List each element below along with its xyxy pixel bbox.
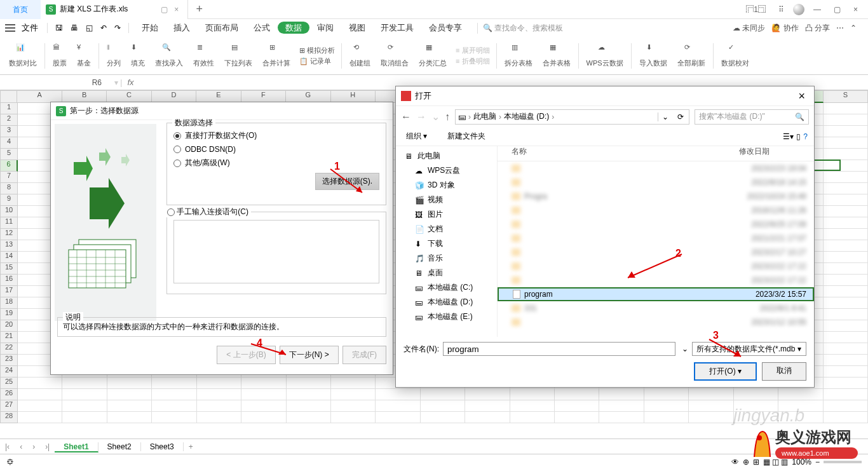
row-header[interactable]: 24 xyxy=(0,366,18,377)
refresh-icon[interactable]: ⟳ xyxy=(675,112,686,121)
file-row[interactable]: 2023/1/12 10:55 xyxy=(498,315,814,329)
row-header[interactable]: 21 xyxy=(0,332,18,343)
file-row[interactable]: 2016/12/6 11:26 xyxy=(498,203,814,217)
row-header[interactable]: 18 xyxy=(0,297,18,309)
select-datasource-button[interactable]: 选择数据源(S). xyxy=(315,173,379,190)
row-header[interactable]: 22 xyxy=(0,343,18,355)
ribbon-stock[interactable]: 🏛股票 xyxy=(48,43,72,68)
file-filter-dropdown[interactable] xyxy=(692,342,806,356)
ribbon-import[interactable]: ⬇导入数据 xyxy=(634,43,672,68)
user-avatar-icon[interactable] xyxy=(793,4,804,15)
ribbon-validation[interactable]: ≣有效性 xyxy=(188,43,219,68)
preview-icon[interactable]: ◱ xyxy=(83,24,95,32)
sheet-nav-first-icon[interactable]: |‹ xyxy=(0,442,15,451)
col-header-date[interactable]: 修改日期 xyxy=(739,146,814,161)
view-mode-icon[interactable]: ☰▾ xyxy=(783,132,794,141)
nav-back-icon[interactable]: ← xyxy=(401,111,411,123)
nav-history-icon[interactable]: ⌄ xyxy=(431,111,440,123)
row-header[interactable]: 10 xyxy=(0,206,18,217)
menu-tab-开始[interactable]: 开始 xyxy=(134,23,166,32)
add-sheet-button[interactable]: + xyxy=(184,442,198,451)
ribbon-fill[interactable]: ⬇填充 xyxy=(126,43,150,68)
row-header[interactable]: 7 xyxy=(0,172,18,183)
row-header[interactable]: 2 xyxy=(0,114,18,126)
tree-item[interactable]: 🎵音乐 xyxy=(396,251,497,266)
row-header[interactable]: 28 xyxy=(0,412,18,423)
search-input[interactable]: 搜索"本地磁盘 (D:)" 🔍 xyxy=(695,109,809,125)
undo-icon[interactable]: ↶ xyxy=(98,24,109,32)
ribbon-consolidate[interactable]: ⊞合并计算 xyxy=(257,43,295,68)
menu-tab-视图[interactable]: 视图 xyxy=(341,23,373,32)
tree-item[interactable]: 🖴本地磁盘 (D:) xyxy=(396,295,497,309)
crumb-this-pc[interactable]: 此电脑 xyxy=(473,111,496,122)
minimize-button[interactable]: — xyxy=(810,5,825,14)
file-menu[interactable]: 文件 xyxy=(18,22,42,34)
col-header[interactable]: A xyxy=(17,90,62,103)
menu-tab-审阅[interactable]: 审阅 xyxy=(309,23,341,32)
sheet-nav-next-icon[interactable]: › xyxy=(27,442,40,451)
ribbon-find-entry[interactable]: 🔍查找录入 xyxy=(150,43,188,68)
select-all-corner[interactable] xyxy=(0,90,17,103)
ribbon-ungroup[interactable]: ⟳取消组合 xyxy=(376,43,414,68)
share-button[interactable]: 凸 分享 xyxy=(805,23,830,34)
option-open-file[interactable]: 直接打开数据文件(O) xyxy=(173,128,379,143)
close-window-button[interactable]: × xyxy=(850,5,862,14)
col-header[interactable]: G xyxy=(286,90,330,103)
open-button[interactable]: 打开(O) ▾ xyxy=(694,362,757,381)
present-icon[interactable]: ▢ xyxy=(161,5,168,14)
file-row[interactable]: 2023/2/17 10:27 xyxy=(498,245,814,259)
ribbon-collapse-detail[interactable]: ≡ 折叠明细 xyxy=(456,57,489,66)
folder-tree[interactable]: 🖥此电脑☁WPS云盘🧊3D 对象🎬视频🖼图片📄文档⬇下载🎵音乐🖥桌面🖴本地磁盘 … xyxy=(396,146,498,337)
row-header[interactable]: 4 xyxy=(0,137,18,149)
sheet-tab[interactable]: Sheet2 xyxy=(98,442,141,451)
preview-pane-icon[interactable]: ▯ xyxy=(796,132,801,141)
file-row[interactable]: 2022/9/25 17:09 xyxy=(498,217,814,231)
tree-item[interactable]: 🖴本地磁盘 (E:) xyxy=(396,309,497,324)
tree-item[interactable]: ⬇下载 xyxy=(396,236,497,251)
ribbon-merge-table[interactable]: ▦合并表格 xyxy=(538,43,576,68)
sheet-tab[interactable]: Sheet1 xyxy=(55,442,98,452)
col-header-name[interactable]: 名称 xyxy=(498,146,739,161)
option-other[interactable]: 其他/高级(W) xyxy=(173,156,379,170)
redo-icon[interactable]: ↷ xyxy=(112,24,123,32)
file-row[interactable]: Progra2022/10/24 15:49 xyxy=(498,189,814,203)
col-header[interactable]: D xyxy=(152,90,196,103)
col-header[interactable]: H xyxy=(331,90,376,103)
menu-tab-页面布局[interactable]: 页面布局 xyxy=(198,23,246,32)
menu-tab-插入[interactable]: 插入 xyxy=(166,23,198,32)
breadcrumb[interactable]: 🖴 › 此电脑 › 本地磁盘 (D:) › ⌄ ⟳ xyxy=(455,109,689,125)
row-header[interactable]: 19 xyxy=(0,309,18,320)
file-row[interactable]: 3312022/8/1 8:41 xyxy=(498,301,814,315)
row-header[interactable]: 6 xyxy=(0,160,18,172)
search-icon[interactable]: 🔍 xyxy=(795,112,804,121)
row-header[interactable]: 25 xyxy=(0,377,18,389)
close-tab-icon[interactable]: × xyxy=(172,5,181,14)
maximize-button[interactable]: ▢ xyxy=(830,5,844,14)
crumb-dropdown-icon[interactable]: ⌄ xyxy=(658,112,672,121)
row-header[interactable]: 8 xyxy=(0,183,18,194)
ribbon-whatif[interactable]: ⊞ 模拟分析 xyxy=(299,46,335,55)
tree-item[interactable]: ☁WPS云盘 xyxy=(396,163,497,178)
sync-status[interactable]: ☁ 未同步 xyxy=(733,23,765,34)
filename-input[interactable] xyxy=(443,342,675,356)
row-header[interactable]: 26 xyxy=(0,389,18,400)
new-tab-button[interactable]: + xyxy=(188,3,210,16)
col-header[interactable]: S xyxy=(824,90,868,103)
connection-textarea[interactable] xyxy=(173,220,379,283)
ribbon-form[interactable]: 📋 记录单 xyxy=(299,57,335,66)
hamburger-menu-icon[interactable] xyxy=(5,24,15,32)
save-icon[interactable]: 🖫 xyxy=(53,24,65,32)
sheet-nav-last-icon[interactable]: ›| xyxy=(40,442,55,451)
more-icon[interactable]: ⋯ xyxy=(836,24,844,32)
ribbon-refresh-all[interactable]: ⟳全部刷新 xyxy=(672,43,710,68)
menu-tab-会员专享[interactable]: 会员专享 xyxy=(421,23,470,32)
ribbon-group-create[interactable]: ⟲创建组 xyxy=(344,43,376,68)
row-header[interactable]: 16 xyxy=(0,275,18,286)
col-header[interactable]: C xyxy=(107,90,151,103)
col-header[interactable]: E xyxy=(196,90,241,103)
file-list[interactable]: 名称 修改日期 2023/2/23 19:042022/8/18 14:15Pr… xyxy=(498,146,814,337)
ribbon-split-table[interactable]: ▥拆分表格 xyxy=(499,43,538,68)
file-row[interactable]: 2023/2/22 17:22 xyxy=(498,273,814,287)
ribbon-split-col[interactable]: ⫴分列 xyxy=(102,43,126,68)
new-folder-button[interactable]: 新建文件夹 xyxy=(444,131,489,142)
